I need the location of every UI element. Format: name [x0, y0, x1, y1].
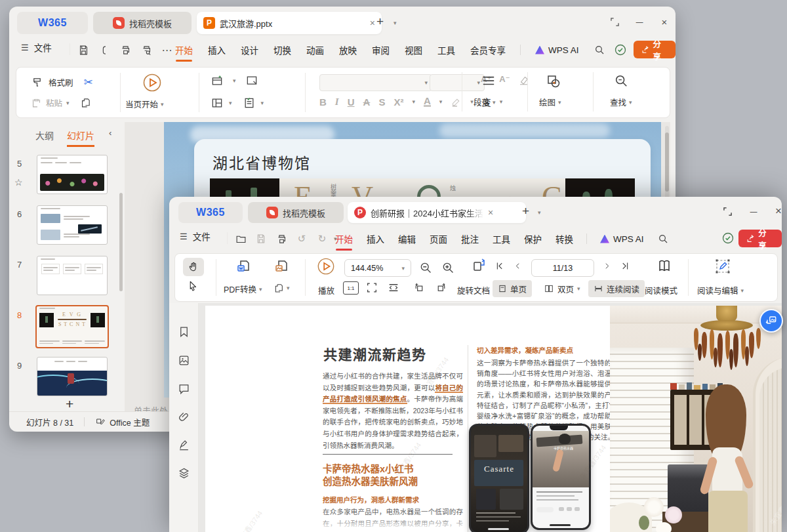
page-number-input[interactable]: 11/13 — [531, 259, 594, 277]
next-page-icon[interactable] — [603, 261, 611, 271]
star-slide-icon[interactable]: ☆ — [14, 177, 23, 188]
actual-size-button[interactable]: 1:1 — [343, 281, 359, 295]
menu-protect[interactable]: 保护 — [523, 230, 542, 248]
menu-design[interactable]: 设计 — [240, 41, 259, 59]
underline-button[interactable]: U — [348, 96, 355, 108]
read-mode-icon[interactable] — [656, 258, 672, 274]
export-icon[interactable] — [96, 42, 113, 58]
collapse-panel-icon[interactable]: ‹ — [109, 128, 111, 138]
copy-pages-button[interactable]: ▾ — [273, 283, 290, 293]
tab-template-store[interactable]: 找稻壳模板 — [93, 12, 192, 34]
paste-button[interactable]: 粘贴 — [46, 96, 62, 109]
read-edit-icon[interactable] — [714, 258, 731, 275]
draw-icon[interactable] — [546, 73, 561, 89]
file-menu[interactable]: ☰ 文件 — [180, 230, 211, 243]
wps-ai-button[interactable]: WPS AI — [535, 43, 580, 58]
menu-view[interactable]: 视图 — [404, 41, 423, 59]
restore-button[interactable] — [605, 13, 624, 30]
menu-animation[interactable]: 动画 — [306, 41, 325, 59]
open-folder-icon[interactable] — [232, 231, 249, 247]
wps-home-button[interactable]: W365 — [178, 202, 243, 223]
strikethrough-button[interactable]: A — [363, 96, 371, 108]
minimize-button[interactable]: ─ — [744, 203, 763, 220]
search-icon[interactable] — [594, 42, 605, 58]
pdf-to-word-icon[interactable] — [235, 258, 251, 274]
theme-label[interactable]: Office 主题 — [110, 416, 150, 428]
menu-tools[interactable]: 工具 — [437, 41, 456, 59]
play-from-current-button[interactable]: 当页开始▾ — [125, 98, 164, 110]
wps-home-button[interactable]: W365 — [17, 12, 88, 34]
slide-thumbnail-8-selected[interactable]: E V G S T C N T — [35, 305, 109, 348]
bold-button[interactable]: B — [319, 96, 327, 108]
print-icon[interactable] — [117, 42, 134, 58]
menu-home[interactable]: 开始 — [334, 230, 353, 248]
find-button[interactable]: 查找▾ — [610, 96, 632, 108]
pdf-document-area[interactable]: 共建潮流新趋势 通过与小红书的合作共建，家生活品牌不仅可以及时捕捉到这些趋势风潮… — [199, 303, 782, 532]
zoom-select[interactable]: 144.45%▾ — [344, 259, 411, 277]
new-slide-icon[interactable] — [211, 74, 224, 87]
attachments-icon[interactable] — [178, 411, 191, 424]
rotate-right-icon[interactable] — [435, 281, 448, 294]
tab-outline[interactable]: 大纲 — [35, 129, 54, 142]
zoom-in-icon[interactable] — [441, 261, 454, 274]
play-button[interactable]: 播放 — [318, 284, 334, 297]
doc-protect-check-icon[interactable] — [721, 232, 735, 245]
menu-page[interactable]: 页面 — [429, 230, 448, 248]
share-button[interactable]: 分享 — [634, 41, 676, 58]
new-tab-button[interactable]: + — [522, 204, 529, 218]
paragraph-icon[interactable] — [481, 75, 496, 88]
search-icon[interactable] — [657, 231, 669, 247]
slide-thumbnail-7[interactable] — [37, 256, 108, 295]
menu-transition[interactable]: 切换 — [273, 41, 292, 59]
menu-review[interactable]: 审阅 — [371, 41, 390, 59]
paragraph-button[interactable]: 段落▾ — [474, 96, 496, 108]
continuous-read-button[interactable]: 连续阅读 — [588, 280, 645, 297]
new-tab-button[interactable]: + — [376, 14, 384, 29]
superscript-button[interactable]: X² — [394, 96, 403, 108]
menu-insert[interactable]: 插入 — [366, 230, 385, 248]
tab-slides[interactable]: 幻灯片 — [67, 129, 94, 147]
print-icon[interactable] — [273, 231, 290, 247]
pdf-convert-button[interactable]: PDF转换▾ — [224, 283, 262, 295]
file-menu[interactable]: ☰ 文件 — [21, 41, 52, 54]
tab-list-chevron-icon[interactable]: ▾ — [394, 20, 397, 26]
cut-icon[interactable]: ✂ — [84, 75, 93, 89]
comments-icon[interactable] — [178, 382, 191, 396]
menu-home[interactable]: 开始 — [174, 41, 193, 59]
first-page-icon[interactable] — [494, 261, 504, 271]
read-edit-button[interactable]: 阅读与编辑▾ — [697, 284, 744, 297]
pdf-to-image-icon[interactable] — [273, 258, 289, 274]
find-icon[interactable] — [614, 73, 628, 88]
close-button[interactable]: × — [655, 13, 674, 30]
prev-page-icon[interactable] — [514, 261, 522, 271]
save-icon[interactable] — [75, 42, 92, 58]
single-page-button[interactable]: 单页 — [493, 280, 532, 297]
last-page-icon[interactable] — [620, 261, 630, 271]
play-from-current-icon[interactable] — [142, 73, 162, 92]
hand-tool-button[interactable] — [183, 258, 204, 276]
draw-button[interactable]: 绘图▾ — [539, 96, 561, 108]
copy-icon[interactable] — [80, 97, 91, 108]
font-color-button[interactable]: A — [424, 96, 431, 107]
fit-width-button[interactable] — [386, 281, 401, 294]
rotate-left-icon[interactable] — [413, 281, 426, 294]
format-painter-button[interactable]: 格式刷 — [49, 76, 73, 89]
tab-pdf-doc[interactable]: P 创新研报｜2024小红书家生活行 × — [348, 202, 526, 223]
rotate-doc-button[interactable]: 旋转文档 — [457, 284, 490, 297]
reset-slide-icon[interactable] — [245, 74, 258, 87]
minimize-button[interactable]: ─ — [630, 13, 649, 30]
menu-slideshow[interactable]: 放映 — [338, 41, 357, 59]
shadow-button[interactable]: S — [378, 96, 385, 108]
font-family-select[interactable]: ▾ — [319, 74, 432, 91]
menu-edit[interactable]: 编辑 — [397, 230, 416, 248]
new-slide-plus-button[interactable]: + — [66, 396, 73, 412]
menu-comment[interactable]: 批注 — [460, 230, 479, 248]
double-page-button[interactable]: 双页▾ — [540, 280, 584, 297]
highlight-button[interactable] — [451, 96, 462, 108]
thumbnails-icon[interactable] — [178, 354, 191, 367]
floating-convert-button[interactable] — [759, 309, 783, 333]
rotate-doc-icon[interactable] — [472, 257, 487, 273]
play-icon[interactable] — [317, 257, 335, 276]
slide-list-icon[interactable] — [243, 96, 256, 110]
menu-member[interactable]: 会员专享 — [470, 41, 506, 59]
